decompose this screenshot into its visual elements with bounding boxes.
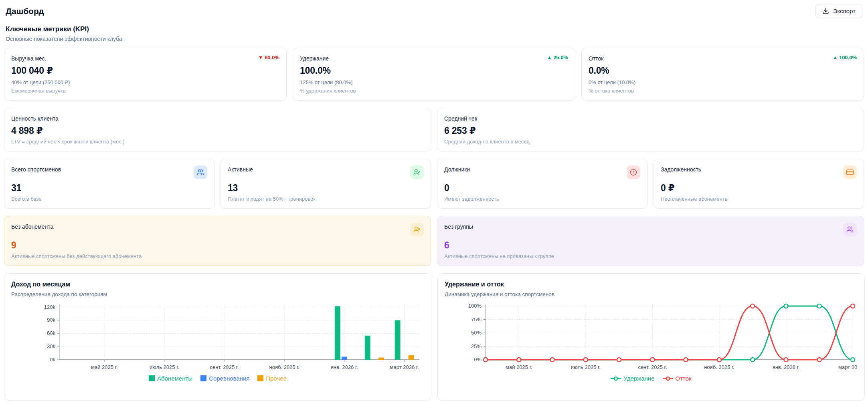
income-chart-canvas: 0k30k60k90k120kмай 2025 г.июль 2025 г.се… [11,301,424,373]
chart-subtitle: Динамика удержания и оттока спортсменов [445,291,858,297]
legend-label: Отток [676,375,692,382]
card-value: 100.0% [300,65,568,76]
chart-title: Доход по месяцам [11,281,424,288]
kpi-card-churn: Отток ▲ 100.0% 0.0% 0% от цели (10.0%) %… [581,48,864,101]
delta-badge: ▼ 60.0% [258,54,279,60]
card-desc: Имеют задолженность [444,196,640,202]
card-title: Ценность клиента [11,115,424,122]
card-no-subscription: Без абонемента 9 Активные спортсмены без… [4,216,431,266]
chart-subtitle: Распределение дохода по категориям [11,291,424,297]
card-desc: % удержания клиентов [300,88,568,94]
retention-chart-card: Удержание и отток Динамика удержания и о… [437,273,865,401]
card-desc: Средний доход на клиента в месяц [444,139,857,145]
card-desc: Активные спортсмены без действующего або… [11,253,424,259]
kpi-card-retention: Удержание ▲ 25.0% 100.0% 125% от цели (8… [293,48,575,101]
legend-swatch [149,375,155,381]
svg-text:янв. 2026 г.: янв. 2026 г. [773,364,800,370]
card-value: 0 ₽ [661,183,857,193]
card-title: Без абонемента [11,223,53,230]
card-value: 6 [444,240,857,251]
user-check-icon [410,165,424,179]
income-chart-legend: АбонементыСоревнованияПрочее [11,375,424,382]
svg-text:май 2025 г.: май 2025 г. [91,364,117,370]
card-title: Отток [589,54,603,62]
legend-label: Абонементы [157,375,192,382]
card-desc: Всего в базе [11,196,207,202]
delta-badge: ▲ 25.0% [547,54,568,60]
retention-chart-legend: УдержаниеОтток [445,375,858,382]
svg-text:нояб. 2025 г.: нояб. 2025 г. [704,364,734,370]
legend-label: Прочее [266,375,287,382]
users-icon [843,223,857,236]
card-desc: Активные спортсмены не привязаны к групп… [444,253,857,259]
card-client-ltv: Ценность клиента 4 898 ₽ LTV = средний ч… [4,108,431,151]
card-desc: Ежемесячная выручка [11,88,279,94]
svg-text:май 2025 г.: май 2025 г. [506,364,532,370]
svg-text:июль 2025 г.: июль 2025 г. [150,364,179,370]
card-total-athletes: Всего спортсменов 31 Всего в базе [4,159,214,209]
svg-text:75%: 75% [471,316,482,322]
alert-row: Без абонемента 9 Активные спортсмены без… [4,216,864,266]
export-button-label: Экспорт [833,8,856,14]
svg-text:янв. 2026 г.: янв. 2026 г. [331,364,358,370]
section-subtitle: Основные показатели эффективности клуба [6,36,862,42]
kpi-section-header: Ключевые метрики (KPI) Основные показате… [6,25,862,42]
export-button[interactable]: Экспорт [815,4,862,18]
card-debt-amount: Задолженность 0 ₽ Неоплаченные абонемент… [654,159,864,209]
stat-row: Всего спортсменов 31 Всего в базе Активн… [4,159,864,209]
legend-label: Соревнования [209,375,249,382]
svg-text:0%: 0% [474,357,482,363]
topbar: Дашборд Экспорт [4,2,864,18]
legend-item: Соревнования [200,375,249,382]
card-no-group: Без группы 6 Активные спортсмены не прив… [437,216,864,266]
card-title: Задолженность [661,165,701,173]
card-value: 13 [228,183,424,193]
card-goal: 0% от цели (10.0%) [589,79,857,85]
card-value: 100 040 ₽ [11,65,279,76]
card-desc: Неоплаченные абонементы [661,196,857,202]
card-average-check: Средний чек 6 253 ₽ Средний доход на кли… [437,108,864,151]
svg-text:30k: 30k [47,343,55,349]
card-value: 31 [11,183,207,193]
svg-text:0k: 0k [50,357,55,363]
card-value: 4 898 ₽ [11,125,424,136]
card-desc: % оттока клиентов [589,88,857,94]
users-icon [194,165,207,179]
legend-item: Абонементы [149,375,192,382]
credit-card-icon [843,165,857,179]
svg-text:нояб. 2025 г.: нояб. 2025 г. [269,364,299,370]
card-goal: 40% от цели (250 000 ₽) [11,79,279,85]
page-title: Дашборд [6,6,44,16]
card-desc: Платят и ходят на 50%+ тренировок [228,196,424,202]
card-title: Выручка мес. [11,54,47,62]
svg-text:60k: 60k [47,330,55,336]
legend-label: Удержание [623,375,654,382]
legend-item: Прочее [257,375,287,382]
card-title: Без группы [444,223,473,230]
legend-swatch [200,375,206,381]
kpi-row: Выручка мес. ▼ 60.0% 100 040 ₽ 40% от це… [4,48,864,101]
charts-row: Доход по месяцам Распределение дохода по… [4,273,864,401]
card-title: Удержание [300,54,329,62]
legend-marker [611,376,621,381]
svg-text:июль 2025 г.: июль 2025 г. [571,364,601,370]
card-goal: 125% от цели (80.0%) [300,79,568,85]
svg-text:март 2026 г.: март 2026 г. [390,364,419,370]
card-debtors: Должники 0 Имеют задолженность [437,159,647,209]
delta-badge: ▲ 100.0% [832,54,857,60]
value-row: Ценность клиента 4 898 ₽ LTV = средний ч… [4,108,864,151]
card-value: 0 [444,183,640,193]
kpi-card-revenue: Выручка мес. ▼ 60.0% 100 040 ₽ 40% от це… [4,48,287,101]
card-value: 9 [11,240,424,251]
svg-text:100%: 100% [468,303,482,309]
svg-text:март 2026 г.: март 2026 г. [838,364,858,370]
user-x-icon [410,223,424,236]
section-title: Ключевые метрики (KPI) [6,25,862,33]
legend-item: Отток [663,375,692,382]
download-icon [822,8,829,14]
legend-swatch [257,375,263,381]
svg-text:90k: 90k [47,317,55,323]
card-title: Должники [444,165,470,173]
svg-text:50%: 50% [471,330,482,336]
alert-circle-icon [627,165,640,179]
